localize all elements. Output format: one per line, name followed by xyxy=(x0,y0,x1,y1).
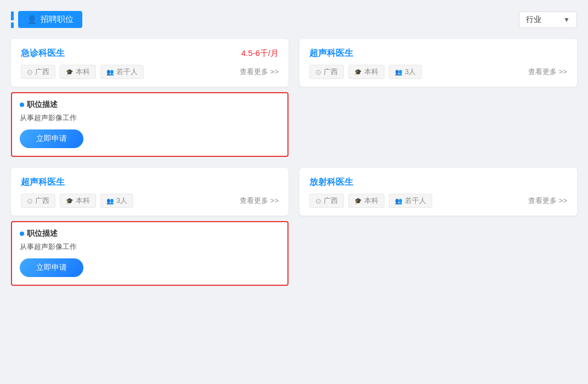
desc-text-1: 从事超声影像工作 xyxy=(20,113,280,123)
tag-education-1: 🎓 本科 xyxy=(60,65,96,79)
header-left: 👤 招聘职位 xyxy=(11,11,82,28)
job-column-1: 急诊科医生 4.5-6千/月 ⊙ 广西 🎓 本科 👥 若干人 查看更多 >> xyxy=(11,39,289,157)
tag-location-2: ⊙ 广西 xyxy=(309,65,344,79)
tag-education-1-text: 本科 xyxy=(76,67,90,77)
desc-dot-3 xyxy=(20,231,24,236)
tag-people-2: 👥 3人 xyxy=(389,65,422,79)
job-column-2: 超声科医生 ⊙ 广西 🎓 本科 👥 3人 查看更多 >> xyxy=(299,39,577,157)
tag-education-4: 🎓 本科 xyxy=(348,194,385,208)
tag-location-3: ⊙ 广西 xyxy=(21,194,55,208)
tag-location-1-text: 广西 xyxy=(35,67,49,77)
job-title-1: 急诊科医生 xyxy=(21,48,65,59)
job-card-2-header: 超声科医生 xyxy=(309,48,567,59)
job-tags-4: ⊙ 广西 🎓 本科 👥 若干人 查看更多 >> xyxy=(309,194,567,208)
job-tags-2: ⊙ 广西 🎓 本科 👥 3人 查看更多 >> xyxy=(309,65,567,79)
decorative-bars xyxy=(11,12,14,28)
see-more-1[interactable]: 查看更多 >> xyxy=(240,67,279,77)
chevron-down-icon: ▼ xyxy=(563,16,570,24)
job-card-4-header: 放射科医生 xyxy=(309,177,567,188)
desc-title-3-text: 职位描述 xyxy=(27,229,58,239)
people-icon-3: 👥 xyxy=(106,197,114,205)
job-desc-popup-1: 职位描述 从事超声影像工作 立即申请 xyxy=(11,92,289,157)
tag-people-4: 👥 若干人 xyxy=(389,194,432,208)
education-icon-2: 🎓 xyxy=(354,69,362,76)
tag-people-3-text: 3人 xyxy=(116,196,127,206)
desc-text-3: 从事超声影像工作 xyxy=(20,242,280,252)
job-title-4: 放射科医生 xyxy=(309,177,353,188)
job-title-3: 超声科医生 xyxy=(21,177,65,188)
people-icon-2: 👥 xyxy=(395,69,403,76)
tag-people-3: 👥 3人 xyxy=(100,194,133,208)
people-icon-1: 👥 xyxy=(106,69,114,76)
job-tags-3: ⊙ 广西 🎓 本科 👥 3人 查看更多 >> xyxy=(21,194,279,208)
apply-button-3[interactable]: 立即申请 xyxy=(20,258,83,277)
tag-education-4-text: 本科 xyxy=(364,196,378,206)
tag-people-4-text: 若干人 xyxy=(405,196,426,206)
tag-people-1: 👥 若干人 xyxy=(100,65,144,79)
tag-location-2-text: 广西 xyxy=(324,67,338,77)
location-icon-3: ⊙ xyxy=(27,197,33,205)
page-title-button[interactable]: 👤 招聘职位 xyxy=(18,11,82,28)
tag-people-2-text: 3人 xyxy=(405,67,416,77)
location-icon-4: ⊙ xyxy=(315,197,321,205)
page-title-label: 招聘职位 xyxy=(41,14,74,25)
location-icon: ⊙ xyxy=(27,68,33,76)
job-column-4: 放射科医生 ⊙ 广西 🎓 本科 👥 若干人 查看更多 >> xyxy=(299,168,577,286)
desc-title-1-text: 职位描述 xyxy=(27,100,58,110)
tag-education-3: 🎓 本科 xyxy=(60,194,96,208)
job-column-3: 超声科医生 ⊙ 广西 🎓 本科 👥 3人 查看更多 >> xyxy=(11,168,289,286)
job-card-1: 急诊科医生 4.5-6千/月 ⊙ 广西 🎓 本科 👥 若干人 查看更多 >> xyxy=(11,39,289,87)
people-icon-4: 👥 xyxy=(395,197,403,205)
location-icon-2: ⊙ xyxy=(315,68,321,76)
industry-dropdown[interactable]: 行业 ▼ xyxy=(519,12,577,28)
bar-top xyxy=(11,12,14,20)
tag-location-4: ⊙ 广西 xyxy=(309,194,344,208)
tag-education-2-text: 本科 xyxy=(364,67,378,77)
person-icon: 👤 xyxy=(27,15,37,25)
page-header: 👤 招聘职位 行业 ▼ xyxy=(11,11,577,28)
jobs-grid: 急诊科医生 4.5-6千/月 ⊙ 广西 🎓 本科 👥 若干人 查看更多 >> xyxy=(11,39,577,286)
desc-dot-1 xyxy=(20,103,24,107)
tag-location-1: ⊙ 广西 xyxy=(21,65,55,79)
job-salary-1: 4.5-6千/月 xyxy=(241,48,279,59)
desc-title-3: 职位描述 xyxy=(20,229,280,239)
see-more-3[interactable]: 查看更多 >> xyxy=(240,196,279,206)
education-icon-3: 🎓 xyxy=(66,197,74,205)
job-card-3: 超声科医生 ⊙ 广西 🎓 本科 👥 3人 查看更多 >> xyxy=(11,168,289,216)
education-icon-1: 🎓 xyxy=(66,69,74,76)
desc-title-1: 职位描述 xyxy=(20,100,280,110)
job-title-2: 超声科医生 xyxy=(309,48,353,59)
industry-label: 行业 xyxy=(526,15,541,25)
tag-education-2: 🎓 本科 xyxy=(348,65,385,79)
see-more-2[interactable]: 查看更多 >> xyxy=(528,67,567,77)
tag-location-4-text: 广西 xyxy=(324,196,338,206)
bar-bottom xyxy=(11,22,14,28)
apply-button-1[interactable]: 立即申请 xyxy=(20,129,83,148)
job-card-3-header: 超声科医生 xyxy=(21,177,279,188)
tag-location-3-text: 广西 xyxy=(35,196,49,206)
job-desc-popup-3: 职位描述 从事超声影像工作 立即申请 xyxy=(11,221,289,286)
tag-people-1-text: 若干人 xyxy=(116,67,138,77)
job-card-1-header: 急诊科医生 4.5-6千/月 xyxy=(21,48,279,59)
see-more-4[interactable]: 查看更多 >> xyxy=(528,196,567,206)
education-icon-4: 🎓 xyxy=(354,197,362,205)
job-card-4: 放射科医生 ⊙ 广西 🎓 本科 👥 若干人 查看更多 >> xyxy=(299,168,577,216)
tag-education-3-text: 本科 xyxy=(76,196,90,206)
job-card-2: 超声科医生 ⊙ 广西 🎓 本科 👥 3人 查看更多 >> xyxy=(299,39,577,87)
job-tags-1: ⊙ 广西 🎓 本科 👥 若干人 查看更多 >> xyxy=(21,65,279,79)
